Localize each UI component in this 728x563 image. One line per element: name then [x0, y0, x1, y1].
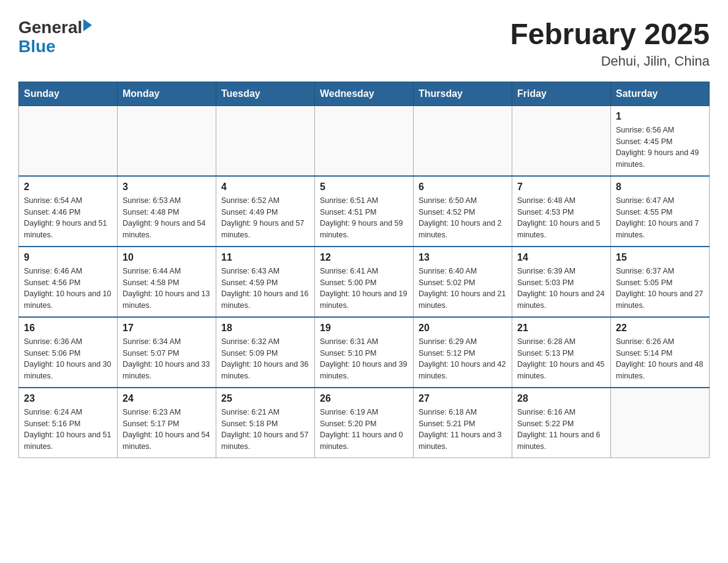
calendar-day: 13Sunrise: 6:40 AMSunset: 5:02 PMDayligh… — [414, 247, 512, 317]
day-number: 28 — [517, 393, 605, 404]
calendar-day: 20Sunrise: 6:29 AMSunset: 5:12 PMDayligh… — [414, 317, 512, 388]
calendar-day: 16Sunrise: 6:36 AMSunset: 5:06 PMDayligh… — [19, 317, 118, 388]
day-number: 19 — [320, 323, 408, 334]
day-info: Sunrise: 6:41 AMSunset: 5:00 PMDaylight:… — [320, 266, 408, 312]
weekday-header-friday: Friday — [512, 82, 611, 105]
logo-general: General — [18, 18, 82, 37]
calendar-week-4: 16Sunrise: 6:36 AMSunset: 5:06 PMDayligh… — [19, 317, 710, 388]
day-number: 23 — [24, 393, 112, 404]
day-info: Sunrise: 6:32 AMSunset: 5:09 PMDaylight:… — [221, 336, 309, 382]
day-number: 9 — [24, 252, 112, 263]
calendar-day: 17Sunrise: 6:34 AMSunset: 5:07 PMDayligh… — [118, 317, 216, 388]
day-info: Sunrise: 6:44 AMSunset: 4:58 PMDaylight:… — [123, 266, 211, 312]
day-info: Sunrise: 6:31 AMSunset: 5:10 PMDaylight:… — [320, 336, 408, 382]
calendar-week-5: 23Sunrise: 6:24 AMSunset: 5:16 PMDayligh… — [19, 388, 710, 458]
day-number: 3 — [123, 182, 211, 193]
day-number: 6 — [419, 182, 507, 193]
calendar-day: 23Sunrise: 6:24 AMSunset: 5:16 PMDayligh… — [19, 388, 118, 458]
day-number: 12 — [320, 252, 408, 263]
day-info: Sunrise: 6:50 AMSunset: 4:52 PMDaylight:… — [419, 195, 507, 241]
day-info: Sunrise: 6:39 AMSunset: 5:03 PMDaylight:… — [517, 266, 605, 312]
day-info: Sunrise: 6:46 AMSunset: 4:56 PMDaylight:… — [24, 266, 112, 312]
day-number: 10 — [123, 252, 211, 263]
calendar-week-1: 1Sunrise: 6:56 AMSunset: 4:45 PMDaylight… — [19, 105, 710, 176]
day-info: Sunrise: 6:26 AMSunset: 5:14 PMDaylight:… — [616, 336, 704, 382]
day-info: Sunrise: 6:56 AMSunset: 4:45 PMDaylight:… — [616, 124, 704, 170]
day-info: Sunrise: 6:23 AMSunset: 5:17 PMDaylight:… — [123, 407, 211, 453]
calendar-day: 19Sunrise: 6:31 AMSunset: 5:10 PMDayligh… — [315, 317, 414, 388]
day-number: 7 — [517, 182, 605, 193]
calendar-day: 3Sunrise: 6:53 AMSunset: 4:48 PMDaylight… — [118, 176, 216, 247]
logo-arrow-icon — [83, 19, 92, 31]
calendar-table: SundayMondayTuesdayWednesdayThursdayFrid… — [18, 82, 710, 458]
calendar-day: 9Sunrise: 6:46 AMSunset: 4:56 PMDaylight… — [19, 247, 118, 317]
day-info: Sunrise: 6:34 AMSunset: 5:07 PMDaylight:… — [123, 336, 211, 382]
calendar-day: 6Sunrise: 6:50 AMSunset: 4:52 PMDaylight… — [414, 176, 512, 247]
calendar-week-2: 2Sunrise: 6:54 AMSunset: 4:46 PMDaylight… — [19, 176, 710, 247]
calendar-day: 12Sunrise: 6:41 AMSunset: 5:00 PMDayligh… — [315, 247, 414, 317]
page-header: General Blue February 2025 Dehui, Jilin,… — [18, 18, 710, 69]
calendar-day: 8Sunrise: 6:47 AMSunset: 4:55 PMDaylight… — [611, 176, 710, 247]
calendar-day: 21Sunrise: 6:28 AMSunset: 5:13 PMDayligh… — [512, 317, 611, 388]
day-number: 20 — [419, 323, 507, 334]
day-number: 4 — [221, 182, 309, 193]
day-number: 5 — [320, 182, 408, 193]
day-info: Sunrise: 6:51 AMSunset: 4:51 PMDaylight:… — [320, 195, 408, 241]
day-info: Sunrise: 6:54 AMSunset: 4:46 PMDaylight:… — [24, 195, 112, 241]
day-info: Sunrise: 6:36 AMSunset: 5:06 PMDaylight:… — [24, 336, 112, 382]
calendar-day: 11Sunrise: 6:43 AMSunset: 4:59 PMDayligh… — [216, 247, 315, 317]
day-info: Sunrise: 6:19 AMSunset: 5:20 PMDaylight:… — [320, 407, 408, 453]
calendar-day — [611, 388, 710, 458]
title-block: February 2025 Dehui, Jilin, China — [510, 18, 710, 69]
calendar-day: 14Sunrise: 6:39 AMSunset: 5:03 PMDayligh… — [512, 247, 611, 317]
day-number: 27 — [419, 393, 507, 404]
calendar-day — [512, 105, 611, 176]
day-number: 8 — [616, 182, 704, 193]
day-number: 22 — [616, 323, 704, 334]
day-info: Sunrise: 6:24 AMSunset: 5:16 PMDaylight:… — [24, 407, 112, 453]
day-number: 24 — [123, 393, 211, 404]
weekday-header-tuesday: Tuesday — [216, 82, 315, 105]
day-number: 25 — [221, 393, 309, 404]
weekday-header-monday: Monday — [118, 82, 216, 105]
weekday-header-sunday: Sunday — [19, 82, 118, 105]
day-info: Sunrise: 6:29 AMSunset: 5:12 PMDaylight:… — [419, 336, 507, 382]
day-info: Sunrise: 6:21 AMSunset: 5:18 PMDaylight:… — [221, 407, 309, 453]
day-info: Sunrise: 6:52 AMSunset: 4:49 PMDaylight:… — [221, 195, 309, 241]
calendar-day: 26Sunrise: 6:19 AMSunset: 5:20 PMDayligh… — [315, 388, 414, 458]
weekday-header-wednesday: Wednesday — [315, 82, 414, 105]
day-info: Sunrise: 6:53 AMSunset: 4:48 PMDaylight:… — [123, 195, 211, 241]
day-number: 11 — [221, 252, 309, 263]
logo: General Blue — [18, 18, 92, 56]
location: Dehui, Jilin, China — [510, 53, 710, 69]
weekday-header-thursday: Thursday — [414, 82, 512, 105]
day-info: Sunrise: 6:37 AMSunset: 5:05 PMDaylight:… — [616, 266, 704, 312]
day-number: 2 — [24, 182, 112, 193]
day-info: Sunrise: 6:40 AMSunset: 5:02 PMDaylight:… — [419, 266, 507, 312]
calendar-day — [315, 105, 414, 176]
calendar-day — [414, 105, 512, 176]
day-number: 26 — [320, 393, 408, 404]
day-info: Sunrise: 6:47 AMSunset: 4:55 PMDaylight:… — [616, 195, 704, 241]
calendar-day: 10Sunrise: 6:44 AMSunset: 4:58 PMDayligh… — [118, 247, 216, 317]
calendar-day: 18Sunrise: 6:32 AMSunset: 5:09 PMDayligh… — [216, 317, 315, 388]
day-number: 21 — [517, 323, 605, 334]
calendar-day: 25Sunrise: 6:21 AMSunset: 5:18 PMDayligh… — [216, 388, 315, 458]
logo-blue: Blue — [18, 37, 92, 56]
calendar-day: 22Sunrise: 6:26 AMSunset: 5:14 PMDayligh… — [611, 317, 710, 388]
day-info: Sunrise: 6:43 AMSunset: 4:59 PMDaylight:… — [221, 266, 309, 312]
weekday-header-saturday: Saturday — [611, 82, 710, 105]
day-info: Sunrise: 6:48 AMSunset: 4:53 PMDaylight:… — [517, 195, 605, 241]
calendar-day: 28Sunrise: 6:16 AMSunset: 5:22 PMDayligh… — [512, 388, 611, 458]
calendar-day: 4Sunrise: 6:52 AMSunset: 4:49 PMDaylight… — [216, 176, 315, 247]
day-number: 16 — [24, 323, 112, 334]
calendar-day — [118, 105, 216, 176]
day-info: Sunrise: 6:18 AMSunset: 5:21 PMDaylight:… — [419, 407, 507, 453]
day-number: 15 — [616, 252, 704, 263]
calendar-day — [216, 105, 315, 176]
day-info: Sunrise: 6:16 AMSunset: 5:22 PMDaylight:… — [517, 407, 605, 453]
day-number: 18 — [221, 323, 309, 334]
calendar-day: 7Sunrise: 6:48 AMSunset: 4:53 PMDaylight… — [512, 176, 611, 247]
calendar-day — [19, 105, 118, 176]
day-number: 17 — [123, 323, 211, 334]
